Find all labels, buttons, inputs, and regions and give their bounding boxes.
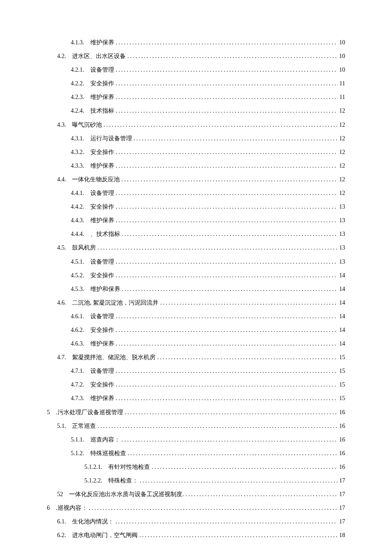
toc-entry[interactable]: 4.7.絮凝搅拌池、储泥池、脱水机房15 <box>47 353 345 362</box>
toc-entry-leader <box>125 408 338 417</box>
toc-entry[interactable]: 4.6.1.设备管理14 <box>47 312 345 321</box>
toc-entry-title: 进水区、出水区设备 <box>72 52 126 61</box>
toc-entry[interactable]: 4.7.1.设备管理15 <box>47 367 345 375</box>
toc-entry-page: 12 <box>339 148 345 157</box>
toc-entry-page: 14 <box>339 285 345 293</box>
toc-entry[interactable]: 4.6.2.安全操作14 <box>47 326 345 334</box>
toc-entry-number: 4.2.4. <box>71 107 84 115</box>
toc-entry[interactable]: 5.1.1.巡查内容：16 <box>47 436 345 444</box>
toc-entry-page: 16 <box>339 408 345 417</box>
toc-entry[interactable]: 6.2.进水电动闸门，空气闸阀18 <box>47 531 345 540</box>
toc-entry-number: 5.1.2.1. <box>84 463 102 471</box>
toc-entry-leader <box>116 203 338 211</box>
toc-entry[interactable]: 4.3.2.安全操作12 <box>47 148 345 157</box>
toc-entry[interactable]: 4.4.2.安全操作13 <box>47 203 345 211</box>
toc-entry-title: 安全操作 <box>90 79 114 88</box>
toc-entry[interactable]: 4.2.3.维护保养11 <box>47 93 345 102</box>
toc-entry-page: 13 <box>339 244 345 252</box>
toc-entry[interactable]: 4.7.3.维护保养15 <box>47 394 345 403</box>
toc-entry-page: 12 <box>339 189 345 198</box>
toc-entry[interactable]: 6.1.生化池内情况：17 <box>47 517 345 526</box>
toc-entry-title: 巡查内容： <box>90 436 120 444</box>
table-of-contents: 4.1.3.维护保养104.2.进水区、出水区设备104.2.1.设备管理104… <box>47 38 345 540</box>
toc-entry[interactable]: 4.6.二沉池, 絮凝沉淀池，污泥回流井14 <box>47 299 345 307</box>
toc-entry-number: 6.1. <box>57 517 66 526</box>
toc-entry-page: 13 <box>339 216 345 225</box>
toc-entry-leader <box>98 244 337 252</box>
toc-entry-number: 6.2. <box>57 531 66 540</box>
toc-entry[interactable]: 4.3.曝气沉砂池12 <box>47 121 345 129</box>
toc-entry-number: 4.4.1. <box>71 189 84 198</box>
toc-entry-title: 设备管理 <box>90 367 114 375</box>
toc-entry-number: 4.7.3. <box>71 394 84 403</box>
toc-entry-leader <box>139 531 337 540</box>
toc-entry[interactable]: 4.5.2.安全操作14 <box>47 271 345 280</box>
toc-entry-number: 4.3.1. <box>71 134 84 143</box>
toc-entry-number: 6 <box>47 504 50 512</box>
toc-entry-title: 设备管理 <box>90 258 114 266</box>
toc-entry-page: 17 <box>339 490 345 499</box>
toc-entry-title: 安全操作 <box>90 148 114 157</box>
toc-entry-page: 14 <box>339 312 345 321</box>
toc-entry-title: 设备管理 <box>90 312 114 321</box>
toc-entry-leader <box>116 38 338 47</box>
toc-entry-leader <box>89 504 338 512</box>
toc-entry[interactable]: 5.1.2.特殊巡视检查16 <box>47 449 345 458</box>
toc-entry[interactable]: 4.4.一体化生物反应池12 <box>47 175 345 184</box>
toc-entry[interactable]: 52一体化反应池出水水质与设备工况巡视制度.17 <box>47 490 345 499</box>
toc-entry[interactable]: 4.5.鼓风机房13 <box>47 244 345 252</box>
toc-entry[interactable]: 4.4.3.维护保养13 <box>47 216 345 225</box>
toc-entry-number: 4.2.2. <box>71 79 84 88</box>
toc-entry-page: 16 <box>339 422 345 430</box>
toc-entry[interactable]: 5.1.2.1.有针对性地检查16 <box>47 463 345 471</box>
toc-entry[interactable]: 4.2.1.设备管理10 <box>47 66 345 74</box>
toc-entry[interactable]: 5.1.正常巡查16 <box>47 422 345 430</box>
toc-entry-number: 5.1. <box>57 422 66 430</box>
toc-entry[interactable]: 4.3.3.维护保养12 <box>47 162 345 170</box>
toc-entry-leader <box>116 312 338 321</box>
toc-entry-leader <box>116 326 338 334</box>
toc-entry[interactable]: 4.1.3.维护保养10 <box>47 38 345 47</box>
toc-entry-title: 一体化生物反应池 <box>72 175 120 184</box>
toc-entry-leader <box>116 367 338 375</box>
toc-entry[interactable]: 5.污水处理厂设备巡视管理16 <box>47 408 345 417</box>
toc-entry-number: 4.4. <box>57 175 66 184</box>
toc-entry-number: 4.6. <box>57 299 66 307</box>
toc-entry[interactable]: 4.7.2.安全操作15 <box>47 381 345 389</box>
toc-entry[interactable]: 4.2.4.技术指标12 <box>47 107 345 115</box>
toc-entry-page: 10 <box>339 66 345 74</box>
toc-entry-page: 12 <box>339 134 345 143</box>
toc-entry[interactable]: 4.5.3.维护和保养14 <box>47 285 345 293</box>
toc-entry-page: 14 <box>339 340 345 348</box>
toc-entry[interactable]: 4.2.2.安全操作11 <box>47 79 345 88</box>
toc-entry-number: 4.7.1. <box>71 367 84 375</box>
toc-entry-number: 4.2.1. <box>71 66 84 74</box>
toc-entry-number: 4.6.3. <box>71 340 84 348</box>
toc-entry[interactable]: 4.5.1.设备管理13 <box>47 258 345 266</box>
toc-entry-title: .巡视内容： <box>56 504 87 512</box>
toc-entry-number: 5.1.2. <box>71 449 84 458</box>
toc-entry-number: 4.3.2. <box>71 148 84 157</box>
toc-entry-number: 4.6.1. <box>71 312 84 321</box>
toc-entry-leader <box>116 148 338 157</box>
toc-entry-page: 17 <box>339 477 345 485</box>
toc-entry[interactable]: 6.巡视内容：17 <box>47 504 345 512</box>
toc-entry-title: 维护和保养 <box>90 285 120 293</box>
toc-entry[interactable]: 4.4.4.、技术指标13 <box>47 230 345 238</box>
toc-entry-title: 安全操作 <box>90 381 114 389</box>
toc-entry-title: 设备管理 <box>90 189 114 198</box>
toc-entry-leader <box>115 517 337 526</box>
toc-entry-page: 12 <box>339 121 345 129</box>
toc-entry[interactable]: 4.4.1.设备管理12 <box>47 189 345 198</box>
toc-entry-number: 5.1.2.2. <box>84 477 102 485</box>
toc-entry-page: 12 <box>339 107 345 115</box>
toc-entry[interactable]: 4.2.进水区、出水区设备10 <box>47 52 345 61</box>
toc-entry-page: 16 <box>339 436 345 444</box>
toc-entry[interactable]: 4.3.1.运行与设备管理12 <box>47 134 345 143</box>
toc-entry-title: 技术指标 <box>90 107 114 115</box>
toc-entry-leader <box>116 394 338 403</box>
toc-entry-leader <box>116 162 338 170</box>
toc-entry[interactable]: 4.6.3.维护保养14 <box>47 340 345 348</box>
toc-entry[interactable]: 5.1.2.2.特殊检查：17 <box>47 477 345 485</box>
toc-entry-number: 4.2. <box>57 52 66 61</box>
